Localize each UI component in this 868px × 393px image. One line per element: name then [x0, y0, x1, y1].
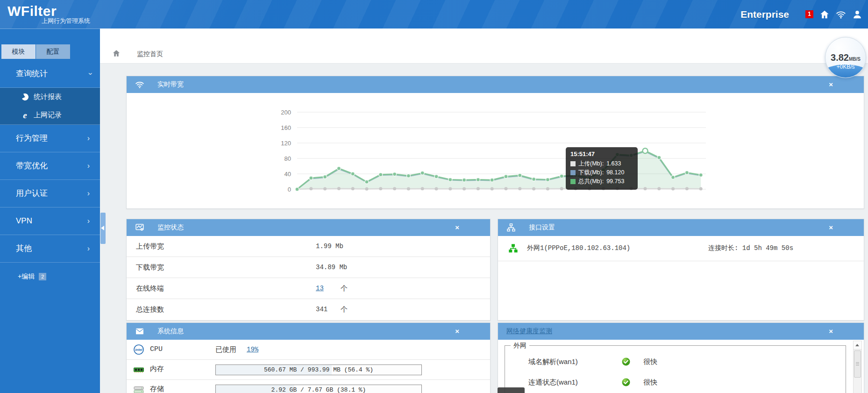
- line-chart-icon: [135, 223, 144, 232]
- close-icon[interactable]: ×: [455, 323, 459, 340]
- wifi-icon[interactable]: [836, 9, 846, 20]
- panel-network-health: 网络健康度监测 × 外网 域名解析(wan1)很快连通状态(wan1)很快: [498, 322, 864, 393]
- monitor-row-0: 上传带宽1.99 Mb: [127, 236, 490, 257]
- panel-system-info-header[interactable]: 系统信息 ×: [127, 323, 490, 340]
- row-value: 341: [316, 299, 327, 320]
- sidebar-item-1[interactable]: 行为管理›: [0, 125, 100, 152]
- close-icon[interactable]: ×: [455, 219, 459, 236]
- chevron-right-icon: ›: [87, 180, 90, 207]
- header-actions: Enterprise 1: [740, 0, 862, 29]
- speed-gauge[interactable]: 3.82MB/S +0KB/s: [825, 37, 866, 78]
- close-icon[interactable]: ×: [829, 219, 833, 236]
- sidebar-subitem-1[interactable]: 上网记录: [0, 106, 100, 124]
- panel-realtime-bandwidth-header[interactable]: 实时带宽 ×: [127, 76, 864, 93]
- panel-title-link[interactable]: 网络健康度监测: [506, 327, 552, 336]
- panel-title: 系统信息: [157, 327, 184, 336]
- tooltip-value: 98.120: [606, 168, 624, 177]
- panel-interface-settings: 接口设置 × 外网1(PPPoE,180.102.63.104) 连接时长: 1…: [498, 219, 864, 321]
- ram-icon: [133, 364, 144, 375]
- submenu: 统计报表上网记录: [0, 88, 100, 125]
- sidebar-item-3[interactable]: 用户认证›: [0, 180, 100, 207]
- panel-title: 监控状态: [157, 223, 184, 232]
- usage-progress: 560.67 MB / 993.99 MB (56.4 %): [215, 364, 422, 375]
- svg-text:120: 120: [281, 140, 291, 147]
- row-label: 存储: [150, 380, 164, 393]
- browser-e-icon: [21, 110, 28, 121]
- gauge-speed: 3.82MB/S: [825, 52, 866, 63]
- sidebar-item-0[interactable]: 查询统计›: [0, 60, 100, 88]
- wan-duration: 连接时长: 1d 5h 49m 50s: [708, 236, 793, 261]
- breadcrumb-home-icon[interactable]: [112, 49, 121, 59]
- chevron-down-icon: ›: [77, 72, 104, 75]
- tooltip-row-0: 上传(Mb):1.633: [570, 159, 633, 168]
- scrollbar-up-arrow-icon[interactable]: [854, 341, 861, 350]
- envelope-icon: [135, 327, 144, 336]
- tooltip-swatch: [570, 161, 576, 166]
- sidebar-subitem-0[interactable]: 统计报表: [0, 88, 100, 106]
- system-rows: intelCPU已使用19%内存560.67 MB / 993.99 MB (5…: [127, 340, 490, 393]
- tooltip-label: 总共(Mb):: [578, 177, 604, 186]
- svg-text:40: 40: [285, 171, 291, 178]
- notification-badge[interactable]: 1: [805, 10, 813, 18]
- panel-monitor-status-header[interactable]: 监控状态 ×: [127, 219, 490, 236]
- network-tree-icon: [506, 223, 516, 232]
- tab-modules[interactable]: 模块: [1, 44, 36, 59]
- panel-scrollbar[interactable]: [853, 341, 862, 393]
- sidebar-item-4[interactable]: VPN›: [0, 207, 100, 235]
- panel-interface-settings-header[interactable]: 接口设置 ×: [498, 219, 864, 236]
- row-unit: 个: [341, 299, 348, 320]
- sidebar-menu: 查询统计›统计报表上网记录行为管理›带宽优化›用户认证›VPN›其他›: [0, 60, 100, 263]
- row-label: 下载带宽: [136, 257, 164, 278]
- tooltip-row-1: 下载(Mb):98.120: [570, 168, 633, 177]
- health-row-0: 域名解析(wan1)很快: [505, 353, 846, 370]
- row-label: 内存: [150, 360, 164, 379]
- tooltip-value: 1.633: [606, 159, 621, 168]
- sidebar-item-5[interactable]: 其他›: [0, 235, 100, 263]
- chevron-right-icon: ›: [87, 125, 90, 152]
- wan-health-group: 外网 域名解析(wan1)很快连通状态(wan1)很快: [505, 345, 846, 393]
- usage-progress: 2.92 GB / 7.67 GB (38.1 %): [215, 385, 422, 393]
- panel-title: 实时带宽: [157, 80, 184, 89]
- wfilter-dashboard: WFilter 上网行为管理系统 Enterprise 1 模块 配置 查询统计…: [0, 0, 868, 393]
- check-status: 很快: [643, 374, 657, 391]
- submenu-label: 上网记录: [34, 111, 62, 120]
- user-icon[interactable]: [852, 9, 862, 20]
- menu-label: 查询统计: [16, 69, 48, 78]
- panel-realtime-bandwidth: 实时带宽 × 04080120160200 15:51:47 上传(Mb):1.…: [126, 76, 864, 209]
- home-icon[interactable]: [819, 9, 830, 20]
- tooltip-time: 15:51:47: [570, 150, 633, 157]
- chevron-right-icon: ›: [87, 207, 90, 235]
- intel-cpu-icon: intel: [133, 344, 144, 355]
- tooltip-row-2: 总共(Mb):99.753: [570, 177, 633, 186]
- close-icon[interactable]: ×: [829, 323, 833, 340]
- edition-label: Enterprise: [740, 9, 789, 20]
- tooltip-label: 上传(Mb):: [578, 159, 604, 168]
- gauge-delta: +0KB/s: [825, 64, 866, 70]
- close-icon[interactable]: ×: [829, 76, 833, 93]
- menu-label: 其他: [16, 244, 32, 253]
- sidebar: 模块 配置 查询统计›统计报表上网记录行为管理›带宽优化›用户认证›VPN›其他…: [0, 29, 100, 393]
- breadcrumb-title[interactable]: 监控首页: [137, 50, 163, 58]
- sidebar-item-2[interactable]: 带宽优化›: [0, 152, 100, 180]
- panel-network-health-header[interactable]: 网络健康度监测 ×: [498, 323, 864, 340]
- row-label: 在线终端: [136, 278, 164, 299]
- pie-chart-icon: [20, 92, 29, 101]
- wan-name: 外网1(PPPoE,180.102.63.104): [527, 236, 630, 261]
- wan-connection-row[interactable]: 外网1(PPPoE,180.102.63.104) 连接时长: 1d 5h 49…: [498, 236, 864, 261]
- bandwidth-chart[interactable]: 04080120160200: [127, 93, 863, 208]
- group-legend: 外网: [511, 342, 529, 350]
- monitor-rows: 上传带宽1.99 Mb下载带宽34.89 Mb在线终端13个总连接数341个: [127, 236, 490, 320]
- panel-monitor-status: 监控状态 × 上传带宽1.99 Mb下载带宽34.89 Mb在线终端13个总连接…: [126, 219, 491, 321]
- row-value-link[interactable]: 13: [316, 278, 324, 299]
- scrollbar-thumb[interactable]: [854, 350, 861, 378]
- row-label: 总连接数: [136, 299, 164, 320]
- network-tree-icon-green: [508, 243, 518, 253]
- svg-text:200: 200: [281, 109, 291, 116]
- system-row-1: 内存560.67 MB / 993.99 MB (56.4 %): [127, 360, 490, 380]
- sidebar-collapse-handle[interactable]: [100, 213, 106, 244]
- usage-percent-link[interactable]: 19%: [247, 340, 258, 359]
- svg-text:160: 160: [281, 124, 291, 131]
- tab-config[interactable]: 配置: [36, 44, 70, 59]
- edit-link[interactable]: +编辑 2: [18, 272, 46, 281]
- sidebar-tabs: 模块 配置: [1, 44, 70, 59]
